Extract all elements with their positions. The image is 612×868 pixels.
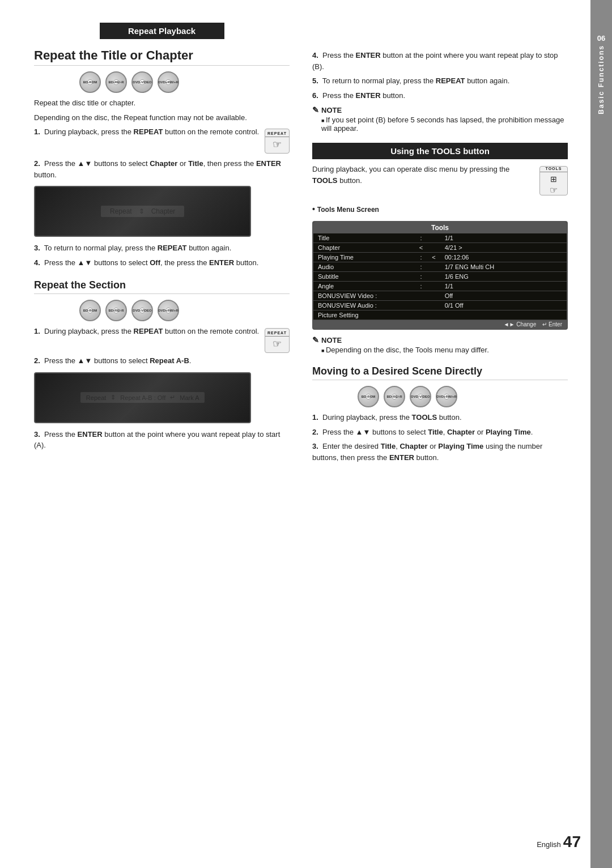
section2-step1-text: 1. During playback, press the REPEAT but… — [34, 326, 290, 337]
tools-description-wrapper: TOOLS ⊞ ☞ During playback, you can opera… — [312, 164, 568, 198]
step2-text: 2. Press the ▲▼ buttons to select Chapte… — [34, 158, 290, 180]
disc-icon-dvdvideo: DVD-VIDEO — [131, 71, 153, 93]
cell-pic-value — [440, 310, 567, 320]
tools-btn-icon: ⊞ — [550, 175, 557, 184]
table-row-picture: Picture Setting — [313, 310, 567, 320]
repeat-btn-hand-2: ☞ — [273, 338, 282, 350]
right-step4-text: 4. Press the ENTER button at the point w… — [312, 50, 568, 72]
note-list-1: If you set point (B) before 5 seconds ha… — [312, 116, 568, 133]
tools-desc-text: During playback, you can operate disc me… — [312, 164, 568, 186]
sidebar-chapter-text: Basic Functions — [597, 45, 605, 114]
repeat-playback-banner: Repeat Playback — [100, 23, 224, 39]
note-item-2: Depending on the disc, the Tools menu ma… — [321, 346, 568, 354]
section1-desc2: Depending on the disc, the Repeat functi… — [34, 112, 290, 124]
note-block-2: NOTE Depending on the disc, the Tools me… — [312, 335, 568, 354]
right-step5-text: 5. To return to normal play, press the R… — [312, 75, 568, 87]
note-title-1: NOTE — [312, 105, 568, 114]
tools-banner: Using the TOOLS button — [312, 143, 568, 159]
page-language: English — [537, 840, 561, 849]
cell-bvv-arrow — [427, 291, 440, 301]
tools-screen: Tools Title : 1/1 Chapter < 4/21 > — [312, 221, 568, 330]
moving-step1: 1. During playback, press the TOOLS butt… — [312, 412, 568, 423]
repeat-button-img-2: REPEAT ☞ — [265, 328, 290, 353]
cell-sub-label: Subtitle — [313, 272, 415, 282]
right-col: 4. Press the ENTER button at the point w… — [307, 23, 568, 845]
cell-audio-label: Audio — [313, 262, 415, 272]
cell-angle-arrow — [427, 282, 440, 291]
cell-bvv-sep — [415, 291, 427, 301]
disc-icons-section1: BD-ROM BD-RE/-R DVD-VIDEO DVD+RW/+R — [79, 71, 290, 93]
table-row-title: Title : 1/1 — [313, 233, 567, 243]
disc-icon-bdre-2: BD-RE/-R — [105, 300, 127, 321]
cell-title-arrow — [427, 233, 440, 243]
tools-button-img: TOOLS ⊞ ☞ — [539, 166, 568, 195]
cell-bva-arrow — [427, 301, 440, 310]
repeat-ab-screen: Repeat ⇕ Repeat A-B : Off ↵ Mark A — [34, 372, 251, 423]
cell-angle-sep: : — [415, 282, 427, 291]
disc-icon-bdrom-2: BD-ROM — [79, 300, 101, 321]
repeat-playback-banner-row: Repeat Playback — [34, 23, 290, 46]
table-row-audio: Audio : 1/7 ENG Multi CH — [313, 262, 567, 272]
cell-sub-sep: : — [415, 272, 427, 282]
cell-pt-sep: : — [415, 253, 427, 262]
tools-btn-hand: ☞ — [550, 185, 558, 195]
right-step6-text: 6. Press the ENTER button. — [312, 90, 568, 101]
note-title-2: NOTE — [312, 335, 568, 344]
table-row-bonusview-audio: BONUSVIEW Audio : 0/1 Off — [313, 301, 567, 310]
moving-step3: 3. Enter the desired Title, Chapter or P… — [312, 441, 568, 463]
cell-title-sep: : — [415, 233, 427, 243]
section2-step1-wrapper: REPEAT ☞ 1. During playback, press the R… — [34, 326, 290, 355]
cell-chapter-sep: < — [415, 243, 427, 253]
tools-btn-label: TOOLS — [540, 167, 567, 172]
page-wrapper: Repeat Playback Repeat the Title or Chap… — [0, 0, 612, 868]
cell-angle-label: Angle — [313, 282, 415, 291]
tools-table-footer: ◄► Change ↵ Enter — [313, 320, 567, 329]
repeat-btn-label-1: REPEAT — [265, 131, 289, 137]
disc-icon-dvdrw-2: DVD+RW/+R — [158, 300, 179, 321]
cell-audio-arrow — [427, 262, 440, 272]
step3-text: 3. To return to normal play, press the R… — [34, 242, 290, 254]
disc-icon-bdrom: BD-ROM — [79, 71, 101, 93]
step1-wrapper: REPEAT ☞ 1. During playback, press the R… — [34, 126, 290, 156]
disc-icon-bdre: BD-RE/-R — [105, 71, 127, 93]
cell-sub-value: 1/6 ENG — [440, 272, 567, 282]
repeat-btn-hand-1: ☞ — [273, 138, 282, 151]
section-moving-title: Moving to a Desired Scene Directly — [312, 365, 568, 380]
cell-chapter-arrow — [427, 243, 440, 253]
disc-icons-section2: BD-ROM BD-RE/-R DVD-VIDEO DVD+RW/+R — [79, 300, 290, 321]
tools-table: Tools Title : 1/1 Chapter < 4/21 > — [313, 222, 567, 320]
table-row-playing-time: Playing Time : < 00:12:06 — [313, 253, 567, 262]
cell-pt-value: 00:12:06 — [440, 253, 567, 262]
cell-pic-arrow — [427, 310, 440, 320]
note-item-1: If you set point (B) before 5 seconds ha… — [321, 116, 568, 133]
note-block-1: NOTE If you set point (B) before 5 secon… — [312, 105, 568, 133]
cell-angle-value: 1/1 — [440, 282, 567, 291]
cell-title-value: 1/1 — [440, 233, 567, 243]
cell-chapter-label: Chapter — [313, 243, 415, 253]
disc-icon-dvdvideo-3: DVD-VIDEO — [410, 386, 431, 407]
step4-text: 4. Press the ▲▼ buttons to select Off, t… — [34, 257, 290, 269]
table-row-angle: Angle : 1/1 — [313, 282, 567, 291]
sidebar-chapter-num: 06 — [597, 34, 605, 42]
cell-sub-arrow — [427, 272, 440, 282]
table-row-subtitle: Subtitle : 1/6 ENG — [313, 272, 567, 282]
cell-bvv-value: Off — [440, 291, 567, 301]
disc-icon-dvdvideo-2: DVD-VIDEO — [131, 300, 153, 321]
page-footer: English 47 — [537, 833, 581, 851]
cell-pic-label: Picture Setting — [313, 310, 415, 320]
cell-pic-sep — [415, 310, 427, 320]
repeat-button-img-1: REPEAT ☞ — [265, 129, 290, 154]
cell-audio-sep: : — [415, 262, 427, 272]
section2-step2-text: 2. Press the ▲▼ buttons to select Repeat… — [34, 355, 290, 367]
tools-table-header: Tools — [313, 222, 567, 233]
moving-step2: 2. Press the ▲▼ buttons to select Title,… — [312, 427, 568, 438]
page-number: 47 — [563, 833, 581, 851]
section2-title: Repeat the Section — [34, 279, 290, 294]
cell-pt-arrow: < — [427, 253, 440, 262]
section1-title: Repeat the Title or Chapter — [34, 48, 290, 66]
sidebar-right: 06 Basic Functions — [590, 0, 612, 868]
cell-bva-label: BONUSVIEW Audio : — [313, 301, 415, 310]
disc-icon-dvdrw-3: DVD+RW/+R — [436, 386, 457, 407]
cell-chapter-value: 4/21 > — [440, 243, 567, 253]
cell-title-label: Title — [313, 233, 415, 243]
